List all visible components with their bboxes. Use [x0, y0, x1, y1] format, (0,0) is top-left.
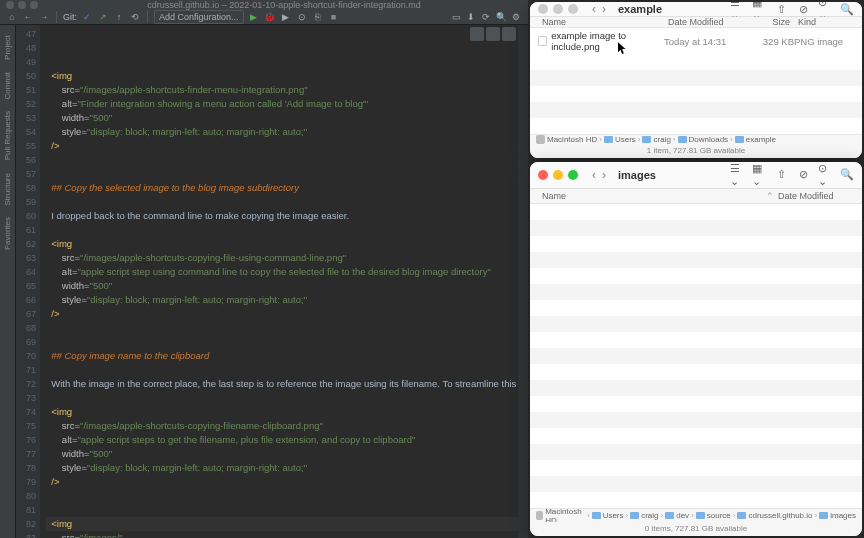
back-icon[interactable]: ‹	[590, 168, 598, 182]
back-icon[interactable]: ←	[22, 11, 34, 23]
view-list-icon[interactable]: ☰ ⌄	[730, 168, 744, 182]
finder-toolbar: ‹ › images ☰ ⌄ ▦ ⌄ ⇧ ⊘ ⊙ ⌄ 🔍	[530, 162, 862, 189]
vcs-commit-icon[interactable]: ↗	[97, 11, 109, 23]
share-icon[interactable]: ⇧	[774, 168, 788, 182]
file-row[interactable]: example image to include.pngToday at 14:…	[530, 28, 862, 54]
minimize-dot[interactable]	[553, 170, 563, 180]
col-date[interactable]: Date Modified	[774, 191, 854, 201]
sdk-icon[interactable]: ⬇	[465, 11, 477, 23]
file-list[interactable]	[530, 204, 862, 508]
settings-icon[interactable]: ⚙	[510, 11, 522, 23]
col-size[interactable]: Size	[744, 17, 794, 27]
path-segment[interactable]: source	[696, 511, 731, 520]
col-name[interactable]: Name	[538, 17, 664, 27]
reader-mode-icon[interactable]	[470, 27, 484, 41]
view-list-icon[interactable]: ☰ ⌄	[730, 2, 744, 16]
path-segment[interactable]: dev	[665, 511, 689, 520]
forward-icon[interactable]: ›	[600, 168, 608, 182]
action-icon[interactable]: ⊙ ⌄	[818, 168, 832, 182]
run-config-dropdown[interactable]: Add Configuration...	[154, 10, 244, 24]
home-icon[interactable]: ⌂	[6, 11, 18, 23]
avd-icon[interactable]: ▭	[450, 11, 462, 23]
folder-icon	[630, 512, 639, 519]
ide-title-bar: cdrussell.github.io – 2022-01-10-apple-s…	[0, 0, 528, 10]
debug-icon[interactable]: 🐞	[264, 11, 276, 23]
code-editor[interactable]: <img src="/images/apple-shortcuts-finder…	[40, 25, 518, 538]
git-label: Git:	[63, 12, 77, 22]
disk-icon	[536, 135, 545, 144]
zoom-dot[interactable]	[568, 4, 578, 14]
path-segment[interactable]: Users	[592, 511, 624, 520]
run-icon[interactable]: ▶	[248, 11, 260, 23]
tool-tab-commit[interactable]: Commit	[2, 66, 13, 106]
close-dot[interactable]	[6, 1, 14, 9]
forward-icon[interactable]: ›	[600, 2, 608, 16]
zoom-dot[interactable]	[30, 1, 38, 9]
path-segment[interactable]: Users	[604, 135, 636, 144]
path-segment[interactable]: craig	[642, 135, 670, 144]
search-icon[interactable]: 🔍	[840, 2, 854, 16]
minimize-dot[interactable]	[553, 4, 563, 14]
stop-icon[interactable]: ■	[328, 11, 340, 23]
file-list[interactable]: example image to include.pngToday at 14:…	[530, 28, 862, 134]
search-icon[interactable]: 🔍	[495, 11, 507, 23]
folder-icon	[665, 512, 674, 519]
col-name[interactable]: Name	[538, 191, 766, 201]
folder-icon	[819, 512, 828, 519]
status-bar: 0 items, 727.81 GB available	[530, 522, 862, 536]
path-segment[interactable]: images	[819, 511, 856, 520]
column-header[interactable]: Name Date Modified Size Kind	[530, 17, 862, 28]
error-stripe[interactable]	[518, 25, 528, 538]
group-icon[interactable]: ▦ ⌄	[752, 2, 766, 16]
minimize-dot[interactable]	[18, 1, 26, 9]
path-segment[interactable]: craig	[630, 511, 658, 520]
column-header[interactable]: Name ⌃ Date Modified	[530, 189, 862, 204]
split-icon[interactable]	[486, 27, 500, 41]
window-controls[interactable]	[6, 1, 38, 9]
path-segment[interactable]: cdrussell.github.io	[737, 511, 812, 520]
tool-tab-structure[interactable]: Structure	[2, 167, 13, 211]
preview-icon[interactable]	[502, 27, 516, 41]
path-bar[interactable]: Macintosh HD› Users› craig› dev› source›…	[530, 508, 862, 522]
finder-title: example	[618, 3, 662, 15]
attach-icon[interactable]: ⎘	[312, 11, 324, 23]
window-controls[interactable]	[538, 4, 578, 14]
vcs-update-icon[interactable]: ✓	[81, 11, 93, 23]
action-icon[interactable]: ⊙ ⌄	[818, 2, 832, 16]
path-segment[interactable]: Downloads	[678, 135, 729, 144]
vcs-push-icon[interactable]: ↑	[113, 11, 125, 23]
left-tool-tabs: ProjectCommitPull RequestsStructureFavor…	[0, 25, 16, 538]
close-dot[interactable]	[538, 4, 548, 14]
zoom-dot[interactable]	[568, 170, 578, 180]
folder-icon	[735, 136, 744, 143]
finder-window-images: ‹ › images ☰ ⌄ ▦ ⌄ ⇧ ⊘ ⊙ ⌄ 🔍 Name ⌃ Date…	[530, 162, 862, 536]
close-dot[interactable]	[538, 170, 548, 180]
forward-icon[interactable]: →	[38, 11, 50, 23]
col-kind[interactable]: Kind	[794, 17, 854, 27]
path-segment[interactable]: Macintosh HD	[536, 135, 597, 144]
folder-icon	[642, 136, 651, 143]
vcs-history-icon[interactable]: ⟲	[129, 11, 141, 23]
tool-tab-pull-requests[interactable]: Pull Requests	[2, 105, 13, 166]
file-icon	[538, 36, 547, 46]
file-name: example image to include.png	[551, 30, 664, 52]
col-date[interactable]: Date Modified	[664, 17, 744, 27]
search-icon[interactable]: 🔍	[840, 168, 854, 182]
ide-window: cdrussell.github.io – 2022-01-10-apple-s…	[0, 0, 528, 538]
tool-tab-project[interactable]: Project	[2, 29, 13, 66]
folder-icon	[696, 512, 705, 519]
line-gutter[interactable]: 4748495051525354555657585960616263646566…	[16, 25, 40, 538]
path-segment[interactable]: example	[735, 135, 776, 144]
coverage-icon[interactable]: ▶	[280, 11, 292, 23]
finder-toolbar: ‹ › example ☰ ⌄ ▦ ⌄ ⇧ ⊘ ⊙ ⌄ 🔍	[530, 2, 862, 17]
profile-icon[interactable]: ⊙	[296, 11, 308, 23]
window-controls[interactable]	[538, 170, 578, 180]
group-icon[interactable]: ▦ ⌄	[752, 168, 766, 182]
share-icon[interactable]: ⇧	[774, 2, 788, 16]
path-bar[interactable]: Macintosh HD› Users› craig› Downloads› e…	[530, 134, 862, 144]
tool-tab-favorites[interactable]: Favorites	[2, 211, 13, 256]
tag-icon[interactable]: ⊘	[796, 168, 810, 182]
back-icon[interactable]: ‹	[590, 2, 598, 16]
sync-icon[interactable]: ⟳	[480, 11, 492, 23]
tag-icon[interactable]: ⊘	[796, 2, 810, 16]
